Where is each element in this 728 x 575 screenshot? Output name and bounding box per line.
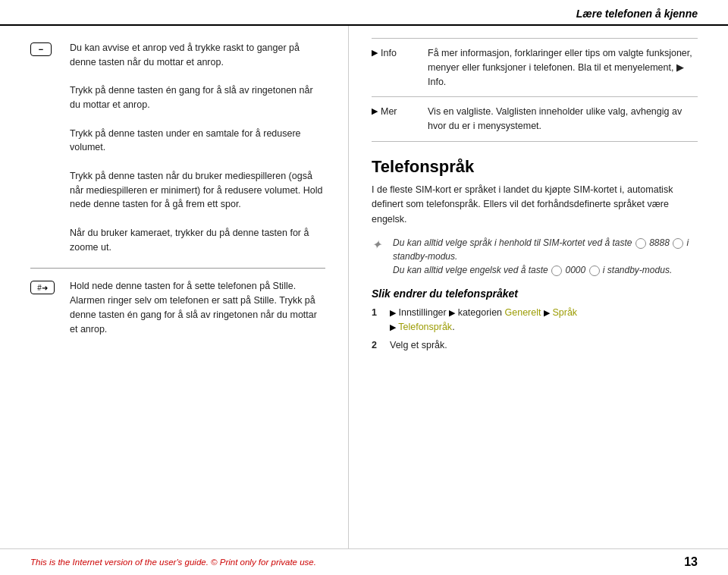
left-column: − Du kan avvise et anrop ved å trykke ra… xyxy=(0,26,349,548)
arrow-icon: ▶ xyxy=(449,308,455,317)
nav-link-generelt: Generelt xyxy=(505,307,541,318)
page: Lære telefonen å kjenne − Du kan avvise … xyxy=(0,0,728,575)
list-item: #➜ Hold nede denne tasten for å sette te… xyxy=(30,279,325,336)
sub-section-heading: Slik endrer du telefonspråket xyxy=(372,288,698,300)
header: Lære telefonen å kjenne xyxy=(0,0,728,26)
circle-icon xyxy=(635,238,646,249)
page-number: 13 xyxy=(684,555,698,569)
mer-label: ▶ Mer xyxy=(372,105,417,134)
circle-icon xyxy=(673,238,683,249)
info-description: Få mer informasjon, forklaringer eller t… xyxy=(428,46,698,89)
circle-icon xyxy=(551,266,562,276)
info-row-info: ▶ Info Få mer informasjon, forklaringer … xyxy=(372,38,698,97)
page-title: Lære telefonen å kjenne xyxy=(576,8,698,20)
footer-notice: This is the Internet version of the user… xyxy=(30,558,316,567)
right-column: ▶ Info Få mer informasjon, forklaringer … xyxy=(349,26,728,548)
minus-key-description: Du kan avvise et anrop ved å trykke rask… xyxy=(70,41,325,254)
mer-description: Vis en valgliste. Valglisten inneholder … xyxy=(428,105,698,134)
list-item: 1 ▶ Innstillinger ▶ kategorien Generelt … xyxy=(372,306,698,335)
arrow-icon: ▶ xyxy=(544,308,550,317)
nav-link-sprak: Språk xyxy=(552,307,577,318)
list-item: − Du kan avvise et anrop ved å trykke ra… xyxy=(30,41,325,254)
footer: This is the Internet version of the user… xyxy=(0,548,728,575)
arrow-icon: ▶ xyxy=(372,106,378,116)
content-area: − Du kan avvise et anrop ved å trykke ra… xyxy=(0,26,728,548)
arrow-icon: ▶ xyxy=(390,308,396,317)
tip-text: Du kan alltid velge språk i henhold til … xyxy=(393,236,698,277)
hash-key-description: Hold nede denne tasten for å sette telef… xyxy=(70,279,325,336)
arrow-icon: ▶ xyxy=(372,48,378,58)
hash-key-icon: #➜ xyxy=(30,279,59,336)
arrow-icon: ▶ xyxy=(390,322,396,331)
circle-icon xyxy=(589,266,600,276)
list-item: 2 Velg et språk. xyxy=(372,338,698,353)
section-heading: Telefonspråk xyxy=(372,157,698,177)
steps-list: 1 ▶ Innstillinger ▶ kategorien Generelt … xyxy=(372,306,698,353)
nav-link-telefonsprak: Telefonspråk xyxy=(398,322,452,332)
info-row-mer: ▶ Mer Vis en valgliste. Valglisten inneh… xyxy=(372,97,698,142)
divider xyxy=(30,268,325,269)
tip-block: ✦ Du kan alltid velge språk i henhold ti… xyxy=(372,236,698,277)
section-body: I de fleste SIM-kort er språket i landet… xyxy=(372,183,698,227)
minus-key-icon: − xyxy=(30,41,59,254)
lightbulb-icon: ✦ xyxy=(372,236,385,277)
info-label: ▶ Info xyxy=(372,46,417,89)
